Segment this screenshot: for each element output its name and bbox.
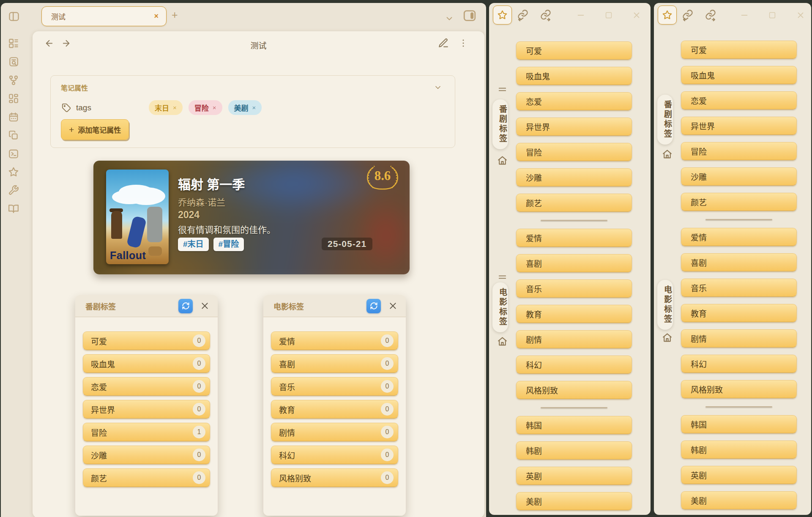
minimize-icon[interactable] [576,11,585,20]
git-fork-icon[interactable] [8,75,19,86]
minimize-icon[interactable] [740,11,749,20]
sidebar-toggle-icon[interactable] [8,11,20,22]
panel-right-toggle-icon[interactable] [462,8,477,23]
tab-note[interactable]: 测试 × [41,6,167,26]
file-search-icon[interactable] [8,56,19,67]
remove-tag-icon[interactable]: × [173,104,177,111]
tag-button[interactable]: 美剧 [681,491,797,509]
tag-button[interactable]: 剧情 [516,330,632,348]
tag-button[interactable]: 异世界 [681,117,797,135]
more-vertical-icon[interactable] [458,38,468,48]
properties-header[interactable]: 笔记属性 [61,82,88,93]
tag-button[interactable]: 风格别致 [516,381,632,399]
book-open-icon[interactable] [8,203,19,214]
home-icon[interactable] [662,149,673,159]
vertical-tab-movie[interactable]: 电影标签 [657,280,673,330]
tag-count-row[interactable]: 教育 0 [271,400,398,419]
tag-button[interactable]: 可爱 [516,41,632,60]
tag-count-row[interactable]: 可爱 0 [83,331,210,350]
tag-button[interactable]: 英剧 [681,466,797,484]
tag-button[interactable]: 冒险 [516,143,632,161]
chevron-down-icon[interactable] [445,14,454,23]
tab-close-button[interactable]: × [154,12,159,21]
tag-button[interactable]: 科幻 [681,355,797,373]
maximize-icon[interactable] [768,11,777,20]
copy-icon[interactable] [8,130,19,141]
tag-count-row[interactable]: 喜剧 0 [271,354,398,373]
pin-star-button[interactable] [658,5,677,25]
tag-count-row[interactable]: 恋爱 0 [83,377,210,396]
tag-button[interactable]: 韩剧 [681,440,797,459]
add-property-button[interactable]: + 添加笔记属性 [61,119,129,140]
movie-tag[interactable]: #末日 [178,238,209,251]
link-incoming-icon[interactable] [682,10,694,22]
tag-button[interactable]: 音乐 [681,279,797,297]
tag-button[interactable]: 美剧 [516,492,632,510]
collapse-chevron-icon[interactable] [434,83,442,92]
tag-button[interactable]: 音乐 [516,279,632,298]
calendar-icon[interactable] [8,112,19,123]
maximize-icon[interactable] [604,11,613,20]
remove-tag-icon[interactable]: × [213,104,216,111]
tag-count-row[interactable]: 颜艺 0 [83,468,210,487]
tag-button[interactable]: 可爱 [681,41,797,59]
tag-button[interactable]: 吸血鬼 [516,67,632,85]
star-icon[interactable] [8,167,19,178]
tag-button[interactable]: 科幻 [516,356,632,374]
tag-button[interactable]: 冒险 [681,142,797,160]
close-panel-button[interactable] [200,301,209,310]
refresh-button[interactable] [366,299,381,313]
tag-button[interactable]: 教育 [681,304,797,322]
tag-count-row[interactable]: 吸血鬼 0 [83,354,210,373]
tag-count-row[interactable]: 风格别致 0 [271,468,398,487]
link-outgoing-icon[interactable] [540,10,552,22]
close-window-icon[interactable] [632,11,641,20]
movie-tag[interactable]: #冒险 [213,238,244,251]
tag-button[interactable]: 喜剧 [681,253,797,271]
tag-count-row[interactable]: 剧情 0 [271,423,398,441]
tag-count-row[interactable]: 科幻 0 [271,446,398,464]
link-outgoing-icon[interactable] [705,10,716,22]
tag-count-row[interactable]: 异世界 0 [83,400,210,419]
remove-tag-icon[interactable]: × [252,104,256,111]
refresh-button[interactable] [178,299,193,313]
drag-handle-icon[interactable] [498,85,507,94]
tag-button[interactable]: 风格别致 [681,380,797,398]
movie-card[interactable]: Fallout 辐射 第一季 乔纳森·诺兰 2024 很有情调和氛围的佳作。 #… [93,161,410,274]
tag-button[interactable]: 韩国 [516,416,632,434]
tag-button[interactable]: 颜艺 [516,194,632,212]
close-panel-button[interactable] [388,301,397,310]
new-tab-button[interactable]: + [172,9,178,21]
home-icon[interactable] [662,332,673,343]
tag-count-row[interactable]: 音乐 0 [271,377,398,396]
tag-button[interactable]: 异世界 [516,118,632,136]
vertical-tab-anime[interactable]: 番剧标签 [657,95,673,145]
layout-list-icon[interactable] [8,38,19,49]
tag-button[interactable]: 沙雕 [516,168,632,186]
wrench-icon[interactable] [8,185,19,196]
pencil-icon[interactable] [438,38,449,49]
close-window-icon[interactable] [796,11,805,20]
vertical-tab-movie[interactable]: 电影标签 [492,282,508,332]
tag-button[interactable]: 韩剧 [516,441,632,460]
tag-count-row[interactable]: 冒险 1 [83,423,210,441]
pin-star-button[interactable] [493,5,512,25]
link-incoming-icon[interactable] [517,10,529,22]
tag-button[interactable]: 爱情 [681,228,797,246]
layout-dashboard-icon[interactable] [8,93,19,104]
tag-button[interactable]: 爱情 [516,229,632,247]
tag-pill[interactable]: 冒险× [189,100,222,115]
tag-button[interactable]: 恋爱 [516,92,632,110]
drag-handle-icon[interactable] [498,272,507,282]
home-icon[interactable] [497,155,508,166]
tag-button[interactable]: 喜剧 [516,254,632,272]
tag-button[interactable]: 恋爱 [681,91,797,109]
tag-button[interactable]: 沙雕 [681,167,797,186]
tag-button[interactable]: 吸血鬼 [681,66,797,84]
tag-count-row[interactable]: 爱情 0 [271,331,398,350]
vertical-tab-anime[interactable]: 番剧标签 [492,99,508,149]
home-icon[interactable] [497,336,508,347]
tag-button[interactable]: 韩国 [681,415,797,433]
tag-button[interactable]: 英剧 [516,467,632,485]
tag-pill[interactable]: 美剧× [228,100,262,115]
